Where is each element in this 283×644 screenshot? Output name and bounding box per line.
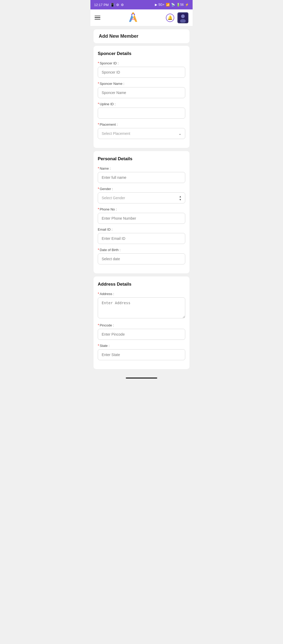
hamburger-menu[interactable] xyxy=(95,16,100,20)
network-type: 5G+ xyxy=(159,3,165,7)
settings-icon-1: ⚙ xyxy=(116,3,119,7)
upline-id-input[interactable] xyxy=(98,108,185,119)
name-group: * Name : xyxy=(98,166,185,183)
sponsor-name-input[interactable] xyxy=(98,87,185,98)
required-star-4: * xyxy=(98,122,99,126)
state-label: * State : xyxy=(98,343,185,348)
status-bar-right: ▶ 5G+ 📶 📡 🔋56 ⚡ xyxy=(155,3,189,7)
sponsor-section-title: Sponcer Details xyxy=(98,51,185,56)
bottom-bar xyxy=(90,375,193,382)
status-bar: 12:17 PM 📳 ⚙ ⚙ ▶ 5G+ 📶 📡 🔋56 ⚡ xyxy=(90,0,193,9)
required-star-3: * xyxy=(98,102,99,106)
email-input[interactable] xyxy=(98,233,185,244)
sponsor-id-group: * Sponcer ID : xyxy=(98,61,185,78)
sponsor-id-label: * Sponcer ID : xyxy=(98,61,185,65)
pincode-group: * Pincode : xyxy=(98,323,185,340)
required-star-9: * xyxy=(98,292,99,296)
vibrate-icon: 📳 xyxy=(110,3,115,7)
address-label: * Address : xyxy=(98,292,185,296)
personal-section-title: Personal Details xyxy=(98,156,185,162)
required-star-7: * xyxy=(98,207,99,211)
phone-label: * Phone No : xyxy=(98,207,185,211)
page-title: Add New Member xyxy=(99,34,184,39)
personal-details-card: Personal Details * Name : * Gender : Sel… xyxy=(94,151,189,273)
required-star-2: * xyxy=(98,81,99,86)
upline-id-label: * Upline ID : xyxy=(98,102,185,106)
state-input[interactable] xyxy=(98,349,185,360)
settings-icon-2: ⚙ xyxy=(121,3,124,7)
upline-id-group: * Upline ID : xyxy=(98,102,185,119)
svg-rect-4 xyxy=(178,13,188,23)
gender-label: * Gender : xyxy=(98,187,185,191)
pincode-label: * Pincode : xyxy=(98,323,185,327)
battery-icon: 🔋56 xyxy=(176,3,184,7)
address-section-title: Address Details xyxy=(98,282,185,287)
phone-input[interactable] xyxy=(98,213,185,224)
wifi-icon: 📡 xyxy=(171,3,175,7)
pincode-input[interactable] xyxy=(98,329,185,340)
sponsor-id-input[interactable] xyxy=(98,67,185,78)
sponsor-details-card: Sponcer Details * Sponcer ID : * Sponcer… xyxy=(94,46,189,148)
required-star-8: * xyxy=(98,248,99,252)
phone-group: * Phone No : xyxy=(98,207,185,224)
yt-icon: ▶ xyxy=(155,3,157,7)
sponsor-name-label: * Sponcer Name : xyxy=(98,81,185,86)
user-avatar[interactable] xyxy=(177,12,188,23)
placement-select[interactable]: Select Placement Left Right xyxy=(98,128,185,139)
name-label: * Name : xyxy=(98,166,185,170)
placement-select-wrapper: Select Placement Left Right ⌄ xyxy=(98,128,185,139)
email-label: Email ID : xyxy=(98,227,185,231)
main-content: Add New Member Sponcer Details * Sponcer… xyxy=(90,26,193,375)
notification-bell[interactable]: 🔔 xyxy=(166,14,174,22)
nav-bar: 🔔 xyxy=(90,9,193,26)
gender-select-wrapper: Select Gender Male Female Other ▲ ▼ xyxy=(98,192,185,203)
dob-label: * Date of Birth : xyxy=(98,248,185,252)
status-bar-left: 12:17 PM 📳 ⚙ ⚙ xyxy=(94,3,124,7)
required-star-5: * xyxy=(98,166,99,170)
bolt-icon: ⚡ xyxy=(185,3,189,7)
placement-label: * Placement : xyxy=(98,122,185,126)
page-title-card: Add New Member xyxy=(94,29,189,43)
required-star: * xyxy=(98,61,99,65)
required-star-11: * xyxy=(98,343,99,348)
placement-group: * Placement : Select Placement Left Righ… xyxy=(98,122,185,139)
signal-icon: 📶 xyxy=(166,3,170,7)
email-group: Email ID : xyxy=(98,227,185,244)
logo-svg xyxy=(126,11,140,25)
required-star-10: * xyxy=(98,323,99,327)
app-logo xyxy=(126,11,140,25)
gender-select[interactable]: Select Gender Male Female Other xyxy=(98,192,185,203)
sponsor-name-group: * Sponcer Name : xyxy=(98,81,185,98)
address-input[interactable] xyxy=(98,297,185,318)
svg-point-0 xyxy=(132,12,134,14)
time-display: 12:17 PM xyxy=(94,3,109,7)
required-star-6: * xyxy=(98,187,99,191)
address-details-card: Address Details * Address : * Pincode : … xyxy=(94,276,189,369)
gender-group: * Gender : Select Gender Male Female Oth… xyxy=(98,187,185,203)
state-group: * State : xyxy=(98,343,185,360)
full-name-input[interactable] xyxy=(98,172,185,183)
nav-right: 🔔 xyxy=(166,12,188,23)
address-group: * Address : xyxy=(98,292,185,319)
home-indicator xyxy=(126,377,157,379)
dob-input[interactable] xyxy=(98,253,185,264)
dob-group: * Date of Birth : xyxy=(98,248,185,264)
